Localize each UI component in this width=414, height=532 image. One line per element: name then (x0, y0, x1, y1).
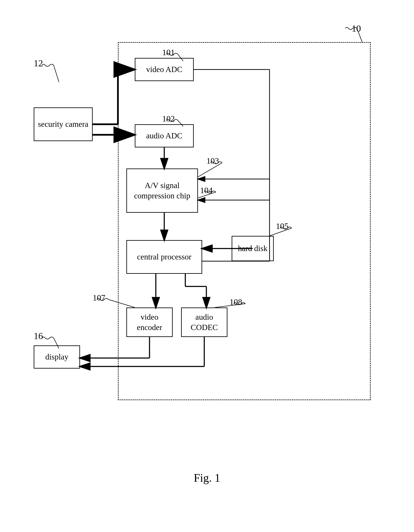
ref-104: 104 (200, 185, 213, 195)
display-label: display (45, 352, 68, 362)
ref-101: 101 (162, 48, 175, 57)
display-block: display (34, 345, 80, 369)
label-16: 16 (34, 331, 43, 342)
video-encoder-block: video encoder (126, 307, 173, 337)
central-processor-label: central processor (137, 252, 192, 262)
video-adc-block: video ADC (135, 58, 194, 81)
audio-codec-label: audio CODEC (182, 312, 227, 333)
audio-adc-label: audio ADC (146, 131, 182, 141)
ref-108: 108 (230, 297, 242, 307)
av-compression-label: A/V signal compression chip (127, 180, 197, 201)
video-adc-label: video ADC (146, 64, 182, 75)
label-10: 10 (352, 23, 361, 34)
main-system-box (118, 42, 371, 400)
video-encoder-label: video encoder (127, 312, 172, 333)
figure-caption: Fig. 1 (194, 471, 220, 484)
security-camera-block: security camera (34, 107, 93, 141)
security-camera-label: security camera (38, 119, 88, 129)
ref-103: 103 (206, 156, 219, 166)
central-processor-block: central processor (126, 240, 202, 274)
audio-adc-block: audio ADC (135, 124, 194, 147)
hard-disk-label: hard disk (238, 243, 267, 254)
hard-disk-block: hard disk (232, 236, 274, 261)
av-compression-block: A/V signal compression chip (126, 169, 198, 213)
ref-107: 107 (93, 293, 105, 303)
ref-105: 105 (276, 221, 289, 231)
diagram-container: 10 12 16 security camera video ADC audio… (17, 17, 397, 501)
audio-codec-block: audio CODEC (181, 307, 227, 337)
ref-102: 102 (162, 114, 175, 124)
label-12: 12 (34, 58, 43, 69)
svg-line-3 (54, 65, 59, 82)
